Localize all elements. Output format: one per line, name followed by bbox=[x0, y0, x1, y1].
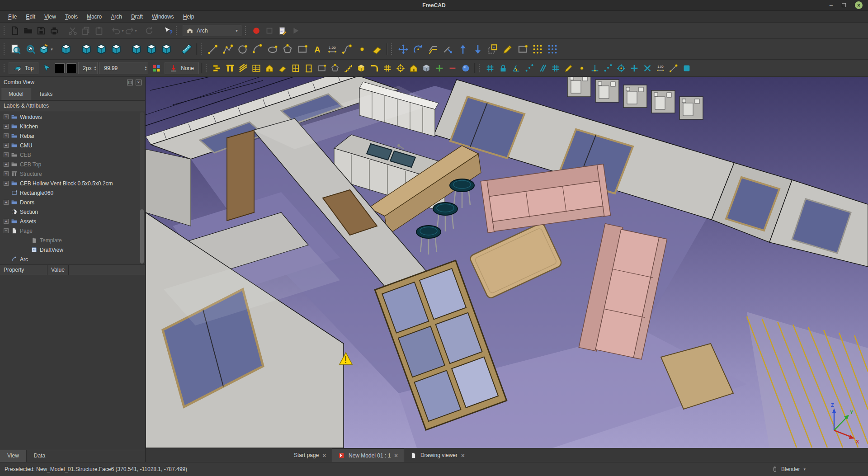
snap-ortho-button[interactable] bbox=[667, 62, 680, 75]
close-tab-icon[interactable]: × bbox=[461, 452, 465, 459]
arch-schedule-button[interactable] bbox=[250, 62, 263, 75]
snap-parallel-button[interactable] bbox=[536, 62, 549, 75]
macro-play-button[interactable] bbox=[289, 24, 302, 37]
tree-scrollbar-thumb[interactable] bbox=[140, 209, 144, 264]
draft-edit-button[interactable] bbox=[500, 42, 515, 57]
macro-stop-button[interactable] bbox=[263, 24, 276, 37]
arch-door-button[interactable] bbox=[302, 62, 315, 75]
draft-move-button[interactable] bbox=[396, 42, 410, 57]
copy-button[interactable] bbox=[80, 24, 92, 37]
save-button[interactable] bbox=[35, 24, 47, 37]
snap-extension-button[interactable] bbox=[602, 62, 614, 75]
tree-item-arc001[interactable]: Arc001 bbox=[0, 264, 145, 265]
snap-special-button[interactable] bbox=[628, 62, 641, 75]
snap-intersection-button[interactable] bbox=[641, 62, 654, 75]
draft-arc-button[interactable] bbox=[250, 42, 265, 57]
menu-arch[interactable]: Arch bbox=[106, 12, 127, 22]
view-right-button[interactable] bbox=[109, 42, 123, 57]
measure-distance-button[interactable] bbox=[179, 42, 194, 57]
draft-upgrade-button[interactable] bbox=[456, 42, 470, 57]
arch-section-plane-button[interactable] bbox=[394, 62, 407, 75]
draft-rectangle-button[interactable] bbox=[295, 42, 310, 57]
arch-frame-button[interactable] bbox=[329, 62, 341, 75]
whats-this-button[interactable] bbox=[161, 24, 174, 37]
draft-downgrade-button[interactable] bbox=[471, 42, 485, 57]
tree-item-draftview[interactable]: DraftView bbox=[0, 245, 145, 254]
arch-site-button[interactable] bbox=[407, 62, 420, 75]
draw-style-button[interactable]: ▾ bbox=[38, 42, 53, 57]
tree-item-section[interactable]: Section bbox=[0, 207, 145, 217]
menu-edit[interactable]: Edit bbox=[21, 12, 40, 22]
line-width-spinner[interactable]: 2px ▴▾ bbox=[78, 62, 98, 74]
view-fit-all-button[interactable] bbox=[9, 42, 23, 57]
tree-expander[interactable]: − bbox=[4, 228, 9, 233]
tree-item-doors[interactable]: +Doors bbox=[0, 198, 145, 207]
arch-axis-button[interactable] bbox=[381, 62, 394, 75]
tree-expander[interactable]: + bbox=[4, 114, 9, 119]
redo-button[interactable]: ▾ bbox=[124, 24, 137, 37]
toolbar-drag-handle[interactable] bbox=[4, 26, 7, 35]
toolbar-drag-handle[interactable] bbox=[176, 26, 179, 35]
document-tab-new-model-01-1[interactable]: New Model 01 : 1× bbox=[332, 448, 404, 462]
menu-view[interactable]: View bbox=[40, 12, 61, 22]
tab-data[interactable]: Data bbox=[27, 450, 52, 462]
tree-item-arc[interactable]: Arc bbox=[0, 254, 145, 264]
draft-bspline-button[interactable] bbox=[340, 42, 354, 57]
arch-stairs-button[interactable] bbox=[342, 62, 354, 75]
snap-center-button[interactable] bbox=[615, 62, 627, 75]
value-column-header[interactable]: Value bbox=[47, 265, 69, 275]
arch-building-button[interactable] bbox=[263, 62, 276, 75]
view-rear-button[interactable] bbox=[129, 42, 144, 57]
arch-pipe-button[interactable] bbox=[368, 62, 381, 75]
snap-midpoint-button[interactable] bbox=[576, 62, 588, 75]
snap-angle-button[interactable] bbox=[510, 62, 523, 75]
draft-point-button[interactable] bbox=[355, 42, 369, 57]
view-fit-selection-button[interactable] bbox=[24, 42, 38, 57]
macro-record-button[interactable] bbox=[250, 24, 263, 37]
open-document-button[interactable] bbox=[22, 24, 34, 37]
line-color-swatch[interactable] bbox=[55, 63, 65, 73]
tree-expander[interactable]: + bbox=[4, 152, 9, 157]
tab-tasks[interactable]: Tasks bbox=[31, 88, 61, 100]
maximize-button[interactable] bbox=[842, 2, 846, 8]
draft-select-mode-button[interactable] bbox=[40, 62, 53, 75]
close-button[interactable]: × bbox=[855, 1, 863, 9]
snap-endpoint-button[interactable] bbox=[562, 62, 575, 75]
menu-tools[interactable]: Tools bbox=[61, 12, 82, 22]
draft-shape2dview-button[interactable] bbox=[515, 42, 530, 57]
view-top-button[interactable] bbox=[94, 42, 108, 57]
snap-lock-button[interactable] bbox=[497, 62, 509, 75]
arch-rebar-button[interactable] bbox=[237, 62, 250, 75]
toggle-grid-button[interactable] bbox=[484, 62, 496, 75]
new-document-button[interactable] bbox=[9, 24, 21, 37]
part-box-button[interactable] bbox=[420, 62, 433, 75]
tree-item-structure[interactable]: +Structure bbox=[0, 169, 145, 179]
tree-expander[interactable]: + bbox=[4, 143, 9, 148]
style-swatches-button[interactable] bbox=[150, 62, 163, 75]
draft-rotate-button[interactable] bbox=[411, 42, 425, 57]
draft-scale-button[interactable] bbox=[486, 42, 500, 57]
draft-trimex-button[interactable] bbox=[441, 42, 455, 57]
draft-circle-button[interactable] bbox=[236, 42, 250, 57]
arch-add-component-button[interactable] bbox=[433, 62, 446, 75]
view-axonometric-button[interactable] bbox=[59, 42, 73, 57]
tree-expander[interactable]: + bbox=[4, 171, 9, 176]
spinner-arrows[interactable]: ▴▾ bbox=[94, 66, 96, 71]
close-tab-icon[interactable]: × bbox=[394, 452, 398, 459]
snap-dimensions-button[interactable] bbox=[654, 62, 667, 75]
toolbar-drag-handle[interactable] bbox=[4, 64, 7, 73]
print-button[interactable] bbox=[48, 24, 61, 37]
tree-expander[interactable]: + bbox=[4, 181, 9, 186]
toolbar-drag-handle[interactable] bbox=[479, 64, 482, 73]
arch-equipment-button[interactable] bbox=[355, 62, 368, 75]
draft-facebinder-button[interactable] bbox=[370, 42, 384, 57]
menu-draft[interactable]: Draft bbox=[127, 12, 147, 22]
menu-macro[interactable]: Macro bbox=[82, 12, 106, 22]
draft-text-button[interactable] bbox=[310, 42, 325, 57]
draft-polygon-button[interactable] bbox=[280, 42, 295, 57]
tree-item-ceb-hollow-vent-block-0-5x0-5x0-2cm[interactable]: +CEB Hollow Vent Block 0.5x0.5x0.2cm bbox=[0, 179, 145, 188]
global-scale-spinner[interactable]: 99.99 ▴▾ bbox=[99, 62, 148, 74]
tree-item-rebar[interactable]: +Rebar bbox=[0, 131, 145, 141]
arch-panel-button[interactable] bbox=[316, 62, 328, 75]
toolbar-drag-handle[interactable] bbox=[245, 26, 248, 35]
